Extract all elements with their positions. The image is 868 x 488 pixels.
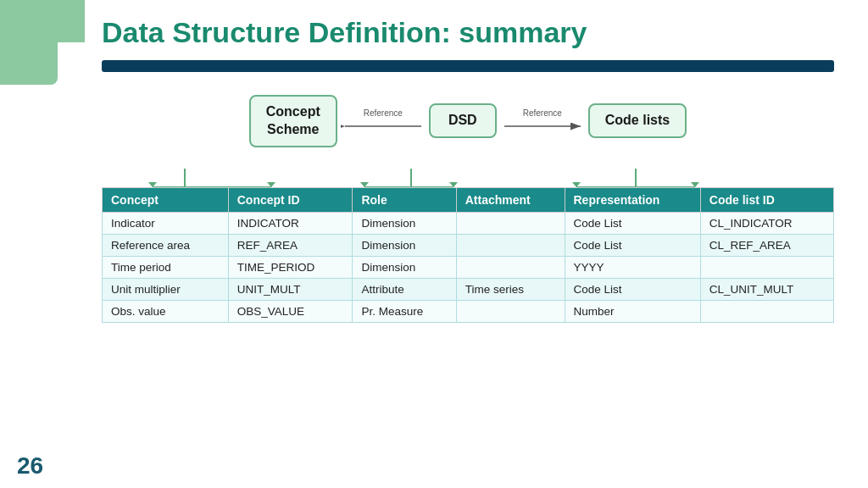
table-cell-2-5 <box>700 256 833 278</box>
table-cell-2-2: Dimension <box>353 256 456 278</box>
table-cell-1-0: Reference area <box>103 234 229 256</box>
decorative-corner <box>0 0 85 119</box>
table-cell-4-5 <box>700 300 833 322</box>
diagram-area: ConceptScheme Reference DSD <box>102 87 834 155</box>
arrow-left-label: Reference <box>364 108 403 118</box>
col-header-code-list-id: Code list ID <box>700 187 833 212</box>
arrow-right-label: Reference <box>523 108 562 118</box>
table-cell-1-5: CL_REF_AREA <box>700 234 833 256</box>
table-cell-3-0: Unit multiplier <box>103 278 229 300</box>
col-header-role: Role <box>353 187 456 212</box>
data-table: Concept Concept ID Role Attachment Repre… <box>102 187 834 323</box>
table-cell-0-4: Code List <box>565 212 700 234</box>
table-cell-0-0: Indicator <box>103 212 229 234</box>
table-cell-4-2: Pr. Measure <box>353 300 456 322</box>
table-cell-3-3: Time series <box>456 278 565 300</box>
arrow-right-line <box>500 119 585 133</box>
table-cell-4-0: Obs. value <box>103 300 229 322</box>
col-header-attachment: Attachment <box>456 187 565 212</box>
table-cell-3-4: Code List <box>565 278 700 300</box>
table-row: Reference areaREF_AREADimensionCode List… <box>103 234 834 256</box>
main-content: Data Structure Definition: summary Conce… <box>93 0 851 488</box>
table-cell-0-1: INDICATOR <box>228 212 353 234</box>
connector-area <box>102 169 834 187</box>
code-lists-box: Code lists <box>588 103 687 138</box>
table-cell-1-3 <box>456 234 565 256</box>
divider-bar <box>102 60 834 72</box>
table-header-row: Concept Concept ID Role Attachment Repre… <box>103 187 834 212</box>
concept-scheme-box: ConceptScheme <box>249 95 337 147</box>
table-cell-3-5: CL_UNIT_MULT <box>700 278 833 300</box>
table-cell-4-4: Number <box>565 300 700 322</box>
table-cell-0-2: Dimension <box>353 212 456 234</box>
arrow-left-line <box>341 119 426 133</box>
right-arrow-svg <box>500 118 585 135</box>
table-row: Obs. valueOBS_VALUEPr. MeasureNumber <box>103 300 834 322</box>
table-cell-2-0: Time period <box>103 256 229 278</box>
table-cell-2-1: TIME_PERIOD <box>228 256 353 278</box>
table-row: Time periodTIME_PERIODDimensionYYYY <box>103 256 834 278</box>
table-cell-2-4: YYYY <box>565 256 700 278</box>
left-arrow-svg <box>341 118 426 135</box>
slide-title: Data Structure Definition: summary <box>102 15 834 50</box>
connector-svg <box>102 169 834 187</box>
arrow-right-section: Reference <box>500 108 585 133</box>
table-cell-1-2: Dimension <box>353 234 456 256</box>
table-cell-4-3 <box>456 300 565 322</box>
table-cell-3-2: Attribute <box>353 278 456 300</box>
table-cell-1-4: Code List <box>565 234 700 256</box>
col-header-concept-id: Concept ID <box>228 187 353 212</box>
dsd-box: DSD <box>429 103 497 138</box>
table-cell-4-1: OBS_VALUE <box>228 300 353 322</box>
col-header-concept: Concept <box>103 187 229 212</box>
table-cell-1-1: REF_AREA <box>228 234 353 256</box>
table-cell-0-5: CL_INDICATOR <box>700 212 833 234</box>
page-number: 26 <box>17 452 43 480</box>
table-row: IndicatorINDICATORDimensionCode ListCL_I… <box>103 212 834 234</box>
arrow-left-section: Reference <box>341 108 426 133</box>
table-cell-0-3 <box>456 212 565 234</box>
col-header-representation: Representation <box>565 187 700 212</box>
table-cell-3-1: UNIT_MULT <box>228 278 353 300</box>
table-cell-2-3 <box>456 256 565 278</box>
table-row: Unit multiplierUNIT_MULTAttributeTime se… <box>103 278 834 300</box>
